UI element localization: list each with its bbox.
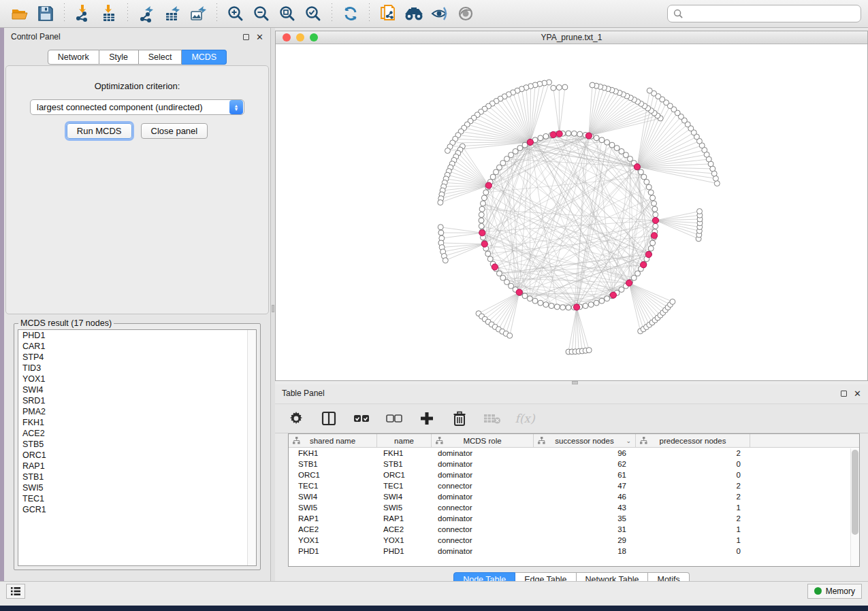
graph-node[interactable] xyxy=(487,257,493,262)
graph-node[interactable] xyxy=(507,333,513,338)
close-panel-icon[interactable]: ✕ xyxy=(256,33,263,42)
table-row[interactable]: YOX1YOX1connector291 xyxy=(289,535,859,546)
graph-node[interactable] xyxy=(588,302,594,308)
graph-node[interactable] xyxy=(543,302,549,308)
graph-node[interactable] xyxy=(653,212,658,218)
tab-mcds[interactable]: MCDS xyxy=(182,50,227,65)
graph-node-dominator[interactable] xyxy=(550,131,556,137)
graph-node[interactable] xyxy=(551,85,556,90)
graph-node[interactable] xyxy=(648,190,654,195)
graph-node-dominator[interactable] xyxy=(641,262,647,268)
list-item[interactable]: RAP1 xyxy=(18,461,256,472)
network-canvas[interactable] xyxy=(276,44,867,380)
graph-node[interactable] xyxy=(594,135,599,141)
search-input[interactable] xyxy=(688,9,855,19)
show-columns-button[interactable] xyxy=(320,410,338,427)
show-panels-button[interactable] xyxy=(6,584,25,599)
table-scrollbar[interactable] xyxy=(850,448,859,566)
float-panel-icon[interactable] xyxy=(243,34,249,40)
graph-node[interactable] xyxy=(605,296,610,301)
graph-node[interactable] xyxy=(532,298,538,303)
graph-node[interactable] xyxy=(480,201,485,206)
export-image-button[interactable] xyxy=(187,3,210,24)
table-settings-button[interactable] xyxy=(287,410,305,427)
open-session-button[interactable] xyxy=(8,3,31,24)
graph-node-dominator[interactable] xyxy=(651,233,657,239)
list-item[interactable]: GCR1 xyxy=(18,504,256,515)
graph-node[interactable] xyxy=(641,174,647,180)
graph-node[interactable] xyxy=(586,348,592,353)
graph-node[interactable] xyxy=(635,271,641,276)
graph-node[interactable] xyxy=(646,184,652,190)
list-item[interactable]: TID3 xyxy=(18,363,256,374)
graph-node[interactable] xyxy=(571,131,577,136)
graph-node[interactable] xyxy=(650,240,656,246)
zoom-fit-button[interactable] xyxy=(276,3,299,24)
mcds-list-scrollbar[interactable] xyxy=(247,330,256,565)
table-row[interactable]: SWI4SWI4dominator462 xyxy=(289,491,859,502)
list-item[interactable]: CAR1 xyxy=(18,341,256,352)
graph-node[interactable] xyxy=(438,225,443,230)
show-hide-button[interactable] xyxy=(454,3,477,24)
graph-node[interactable] xyxy=(614,146,620,151)
column-header-predecessor-nodes[interactable]: predecessor nodes xyxy=(636,434,750,447)
add-column-button[interactable] xyxy=(418,410,436,427)
table-row[interactable]: ACE2ACE2connector311 xyxy=(289,524,859,535)
list-item[interactable]: STP4 xyxy=(18,352,256,363)
search-box[interactable] xyxy=(667,5,861,22)
graph-node[interactable] xyxy=(566,131,571,136)
graph-node[interactable] xyxy=(638,169,643,175)
graph-node[interactable] xyxy=(485,251,491,257)
column-header-shared-name[interactable]: shared name xyxy=(289,434,377,447)
graph-node[interactable] xyxy=(594,300,599,306)
graph-node-dominator[interactable] xyxy=(652,217,658,223)
graph-node[interactable] xyxy=(644,179,649,184)
graph-node[interactable] xyxy=(590,82,595,88)
table-row[interactable]: RAP1RAP1dominator352 xyxy=(289,513,859,524)
graph-node[interactable] xyxy=(619,148,624,154)
column-header-name[interactable]: name xyxy=(377,434,432,447)
graph-node[interactable] xyxy=(599,137,605,143)
graph-node[interactable] xyxy=(538,135,543,141)
graph-node[interactable] xyxy=(479,206,485,212)
graph-node[interactable] xyxy=(652,201,657,206)
graph-node[interactable] xyxy=(583,303,588,309)
graph-node[interactable] xyxy=(560,305,566,310)
graph-node[interactable] xyxy=(554,304,560,310)
graph-node-dominator[interactable] xyxy=(634,164,640,170)
search-neighbors-button[interactable] xyxy=(402,3,425,24)
graph-node-dominator[interactable] xyxy=(626,280,632,286)
graph-node[interactable] xyxy=(556,84,562,90)
graph-node[interactable] xyxy=(479,223,484,229)
close-panel-icon[interactable]: ✕ xyxy=(854,389,861,398)
graph-node[interactable] xyxy=(609,142,615,148)
graph-node[interactable] xyxy=(445,148,450,154)
network-from-document-button[interactable] xyxy=(376,3,400,24)
refresh-view-button[interactable] xyxy=(339,3,362,24)
graph-node[interactable] xyxy=(670,299,675,304)
graph-node[interactable] xyxy=(714,181,720,186)
graph-node[interactable] xyxy=(538,300,543,306)
graph-node[interactable] xyxy=(549,303,554,309)
table-row[interactable]: SWI5SWI5connector431 xyxy=(289,502,859,513)
run-mcds-button[interactable]: Run MCDS xyxy=(67,123,132,139)
list-item[interactable]: STB1 xyxy=(18,472,256,482)
graph-node-dominator[interactable] xyxy=(585,133,592,139)
graph-node[interactable] xyxy=(653,223,658,229)
zoom-in-button[interactable] xyxy=(224,3,247,24)
graph-node[interactable] xyxy=(527,296,532,301)
export-network-button[interactable] xyxy=(135,3,158,24)
scrollbar-thumb[interactable] xyxy=(852,450,858,535)
table-row[interactable]: FKH1FKH1dominator962 xyxy=(289,448,859,459)
list-item[interactable]: ORC1 xyxy=(18,450,256,461)
zoom-out-button[interactable] xyxy=(250,3,273,24)
table-row[interactable]: PHD1PHD1dominator180 xyxy=(289,546,859,557)
graph-node-dominator[interactable] xyxy=(481,241,487,247)
graph-node[interactable] xyxy=(483,190,489,195)
close-panel-button[interactable]: Close panel xyxy=(141,123,208,139)
export-table-button[interactable] xyxy=(161,3,184,24)
list-item[interactable]: YOX1 xyxy=(18,374,256,384)
graph-node[interactable] xyxy=(438,230,444,235)
graph-node-dominator[interactable] xyxy=(573,304,579,310)
list-item[interactable]: SWI4 xyxy=(18,384,256,395)
